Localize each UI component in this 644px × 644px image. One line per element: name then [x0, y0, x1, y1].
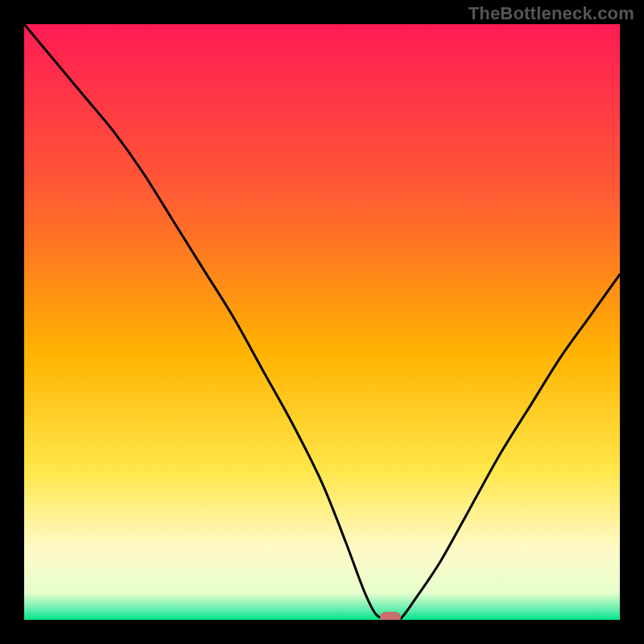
bottleneck-curve: [24, 24, 620, 620]
plot-area: [24, 24, 620, 620]
chart-frame: TheBottleneck.com: [0, 0, 644, 644]
curve-layer: [24, 24, 620, 620]
watermark-text: TheBottleneck.com: [469, 3, 634, 24]
optimal-marker: [380, 612, 401, 620]
